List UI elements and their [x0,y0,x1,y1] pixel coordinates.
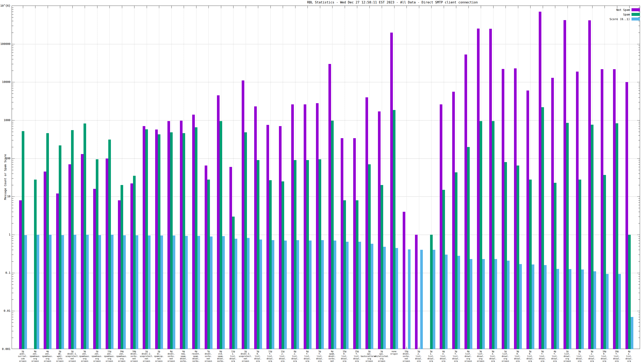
y-tick-label: 100 [0,157,10,160]
x-tick-top [592,6,592,8]
bar-not-spam [489,29,492,349]
y-minor-tick [638,200,640,201]
bar-score [594,271,596,349]
bar-score [458,256,460,349]
bar-score [136,235,138,349]
x-tick-top [604,6,605,8]
y-minor-tick [638,170,640,170]
x-tick-top [270,6,271,8]
y-minor-tick [12,55,14,56]
bar-spam [158,134,160,349]
x-tick-top [23,6,23,8]
y-minor-tick [12,102,14,102]
bar-not-spam [564,20,566,349]
y-tick-label: 1000 [0,118,10,122]
screenshot-root: { "chart_data": { "type": "bar", "title"… [0,0,644,362]
y-minor-tick [638,319,640,320]
bar-spam [331,121,334,349]
x-tick-top [97,6,98,8]
bar-spam [306,160,309,349]
bar-not-spam [230,167,232,349]
y-minor-tick [12,14,14,14]
y-tick-label: 0.01 [0,309,10,312]
bar-spam [541,107,544,349]
bar-spam [133,176,136,349]
bar-spam [591,125,594,349]
bar-spam [96,159,98,349]
bar-score [284,241,287,349]
gridline-horizontal [12,44,640,44]
bar-score [532,265,534,349]
bar-not-spam [328,64,331,349]
gridline-vertical [419,6,419,349]
bar-score [396,248,398,349]
bar-spam [244,132,247,349]
x-tick-top [444,6,444,8]
bar-not-spam [291,104,294,349]
y-minor-tick [638,208,640,208]
y-minor-tick [638,261,640,262]
y-minor-tick [638,250,640,250]
bar-score [408,249,410,349]
bar-score [37,235,39,349]
bar-score [260,240,262,349]
x-tick-top [147,6,147,8]
bar-spam [554,183,556,349]
bar-score [482,259,485,349]
x-tick-top [468,6,469,8]
y-minor-tick [12,174,14,174]
bar-score [383,247,386,349]
bar-score [222,236,225,349]
y-minor-tick [12,243,14,243]
y-minor-tick [12,86,14,86]
bar-not-spam [205,166,207,349]
bar-score [74,235,76,349]
bar-not-spam [390,32,393,349]
x-tick-top [332,6,332,8]
bar-spam [294,160,296,349]
bar-not-spam [588,20,591,349]
bar-not-spam [502,69,504,349]
y-tick-left [12,196,15,197]
bar-not-spam [576,72,578,349]
bar-spam [232,217,235,349]
bar-not-spam [452,92,455,349]
y-minor-tick [12,200,14,201]
x-tick-top [370,6,370,8]
y-minor-tick [12,135,14,136]
bar-not-spam [217,95,220,349]
y-minor-tick [12,315,14,315]
bar-not-spam [19,200,22,349]
bar-spam [356,200,358,349]
y-minor-tick [12,90,14,91]
y-minor-tick [12,178,14,179]
y-minor-tick [638,313,640,313]
x-tick-top [233,6,234,8]
x-tick-top [283,6,283,8]
bar-not-spam [143,126,145,349]
legend-swatch-score-0-1- [632,17,640,20]
y-minor-tick [12,205,14,205]
chart-title: RBL Statistics - Wed Dec 27 12:58:11 EST… [181,0,604,4]
bar-score [519,264,522,349]
x-tick-top [208,6,209,8]
x-tick-bottom [419,347,419,349]
y-tick-right [637,273,640,273]
x-tick-top [555,6,555,8]
bar-spam [59,145,62,349]
bar-spam [84,123,86,349]
y-tick-label: 10 [0,195,10,198]
y-minor-tick [12,293,14,293]
bar-not-spam [316,103,318,349]
y-minor-tick [638,124,640,124]
bar-spam [71,130,74,349]
y-minor-tick [12,326,14,327]
legend-row: Spam [623,12,640,17]
bar-score [618,274,621,349]
legend-label: Not Spam [616,8,630,11]
bar-not-spam [44,172,46,349]
y-minor-tick [638,174,640,174]
bar-not-spam [81,154,84,349]
bar-spam [195,127,198,349]
legend-row: Not Spam [616,8,640,12]
